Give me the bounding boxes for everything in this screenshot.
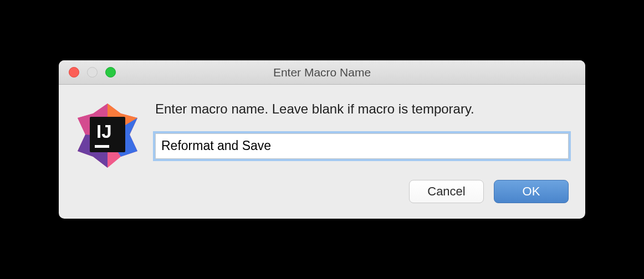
dialog-prompt: Enter macro name. Leave blank if macro i… [155, 100, 569, 117]
dialog-buttons: Cancel OK [155, 180, 569, 203]
macro-name-input[interactable] [155, 133, 569, 159]
dialog-icon-area: IJ [74, 100, 141, 203]
minimize-window-button [87, 67, 98, 78]
svg-rect-7 [95, 145, 109, 148]
cancel-button[interactable]: Cancel [409, 180, 484, 203]
intellij-idea-icon: IJ [74, 102, 141, 169]
zoom-window-button[interactable] [105, 67, 116, 78]
svg-text:IJ: IJ [96, 121, 112, 142]
dialog-form: Enter macro name. Leave blank if macro i… [155, 100, 569, 203]
dialog-content: IJ Enter macro name. Leave blank if macr… [59, 85, 585, 218]
dialog-titlebar: Enter Macro Name [59, 60, 585, 85]
macro-name-dialog: Enter Macro Name IJ [59, 60, 585, 218]
close-window-button[interactable] [69, 67, 79, 78]
dialog-title: Enter Macro Name [59, 66, 585, 79]
ok-button[interactable]: OK [494, 180, 569, 203]
traffic-lights [59, 67, 116, 78]
